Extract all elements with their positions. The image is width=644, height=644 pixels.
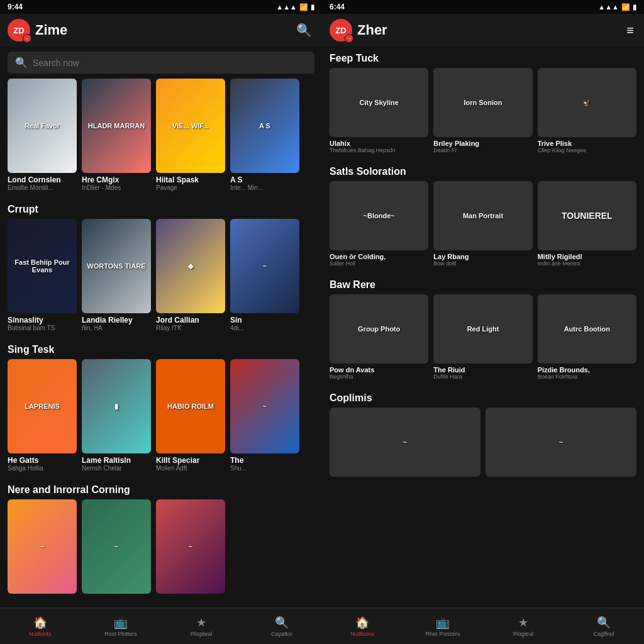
right-logo-badge: → — [345, 34, 353, 43]
right-home-icon: 🏠 — [355, 616, 369, 630]
left-status-bar: 9:44 ▲▲▲ 📶 ▮ — [0, 0, 322, 14]
left-nav-home[interactable]: 🏠 Nudionts — [0, 608, 80, 644]
left-scroll-area: Real Favor Lond Cornslen Emollie Montili… — [0, 79, 322, 644]
right-nav-home[interactable]: 🏠 Nudisons — [322, 608, 402, 644]
left-logo: ZD ← — [8, 19, 30, 42]
list-item[interactable]: HLADR MARRAN Hre CMgix InDlier - Mdes — [82, 79, 151, 191]
left-nav-star[interactable]: ★ Plügiteal — [161, 608, 242, 644]
list-item[interactable]: ~ The Shu... — [230, 359, 299, 472]
right-tv-icon: 📺 — [436, 616, 450, 630]
card-thumb: ~ — [230, 219, 299, 313]
list-item[interactable]: VIE... WIF... Hiital Spask Pavage — [156, 79, 225, 191]
left-nere-row: ~ ~ ~ — [0, 499, 322, 600]
left-featured-row: Real Favor Lond Cornslen Emollie Montili… — [0, 79, 322, 197]
left-nav-search[interactable]: 🔍 Cayattor — [242, 608, 322, 644]
list-item[interactable]: WORTONS TIARE Landia Rielley ñin, HA — [82, 219, 151, 331]
right-search-nav-icon: 🔍 — [597, 616, 611, 630]
left-panel: 9:44 ▲▲▲ 📶 ▮ ZD ← Zime 🔍 🔍 Real Favor Lo… — [0, 0, 322, 644]
right-menu-button[interactable]: ≡ — [624, 21, 636, 40]
right-section-baw-title: Baw Rere — [322, 273, 644, 294]
list-item[interactable]: ~ — [156, 499, 225, 594]
tv-icon: 📺 — [114, 616, 128, 630]
left-bottom-nav: 🏠 Nudionts 📺 Rost Plotters ★ Plügiteal 🔍… — [0, 608, 322, 644]
right-wifi-icon: 📶 — [621, 3, 630, 11]
right-nav-poozers[interactable]: 📺 Rher Poozers — [402, 608, 483, 644]
list-item[interactable]: Autrc Bootion Pizdie Brounds, Boean Folr… — [538, 294, 636, 380]
left-section-nere-title: Nere and Inrorral Corning — [0, 478, 322, 499]
left-top-bar: ZD ← Zime 🔍 — [0, 14, 322, 47]
right-scroll-area: Feep Tuck City Skyline Ulahix Thehifrues… — [322, 47, 644, 644]
list-item[interactable]: ~ — [8, 499, 77, 594]
right-logo: ZD → — [330, 19, 352, 42]
search-input[interactable] — [33, 58, 307, 68]
list-item[interactable]: Man Portrait Lay Rbang Bow dolil — [433, 181, 532, 267]
card-thumb: Iorn Sonion — [433, 68, 532, 137]
list-item[interactable]: Red Light The Riuid Duftle Hara — [433, 294, 532, 380]
list-item[interactable]: HABIO ROILM Killt Speciar Molien Adft — [156, 359, 225, 472]
card-thumb: Autrc Bootion — [538, 294, 636, 364]
right-top-bar: ZD → Zher ≡ — [322, 14, 644, 47]
list-item[interactable]: ~ Sin 4di... — [230, 219, 299, 331]
left-section-corrupt-title: Crrupt — [0, 197, 322, 219]
right-star-icon: ★ — [518, 616, 528, 630]
list-item[interactable]: TOUNIEREL Mitlly Rigiledl Indin ane Ment… — [538, 181, 636, 267]
card-thumb: Fast Behiip Pour Evans — [8, 219, 77, 313]
card-thumb: ◆ — [156, 219, 225, 313]
search-nav-icon: 🔍 — [275, 616, 289, 630]
list-item[interactable]: 🦅 Trive Plisk Cllep Kilag Neegea — [538, 68, 636, 153]
list-item[interactable]: City Skyline Ulahix Thehifrues Bahag.Hep… — [330, 68, 428, 153]
right-battery-icon: ▮ — [633, 3, 636, 11]
left-app-title: Zime — [35, 22, 289, 38]
card-thumb: HABIO ROILM — [156, 359, 225, 453]
list-item[interactable]: A S A S Inte... Min... — [230, 79, 299, 191]
left-nav-plotters[interactable]: 📺 Rost Plotters — [80, 608, 161, 644]
list-item[interactable]: ~Blonde~ Ouen ōr Colding, Saller Holl — [330, 181, 428, 267]
card-thumb: ~ — [156, 499, 225, 594]
card-thumb: HLADR MARRAN — [82, 79, 151, 173]
card-thumb: LAPRENIS — [8, 359, 77, 453]
right-nav-star[interactable]: ★ Plügitral — [483, 608, 564, 644]
left-corrupt-row: Fast Behiip Pour Evans Sinnaslity Butisi… — [0, 219, 322, 338]
list-item[interactable]: ~ — [330, 408, 480, 477]
right-signal-icon: ▲▲▲ — [598, 3, 619, 11]
left-search-button[interactable]: 🔍 — [294, 20, 314, 40]
card-thumb: WORTONS TIARE — [82, 219, 151, 313]
right-section-feep-title: Feep Tuck — [322, 47, 644, 68]
left-time: 9:44 — [8, 3, 23, 11]
left-signal-icon: ▲▲▲ — [276, 3, 297, 11]
list-item[interactable]: LAPRENIS He Gatts Sahga Hollia — [8, 359, 77, 472]
list-item[interactable]: ~ — [486, 408, 636, 477]
left-battery-icon: ▮ — [311, 3, 314, 11]
list-item[interactable]: ~ — [82, 499, 151, 594]
list-item[interactable]: Fast Behiip Pour Evans Sinnaslity Butisi… — [8, 219, 77, 331]
card-thumb: Man Portrait — [433, 181, 532, 250]
card-thumb: ~Blonde~ — [330, 181, 428, 250]
left-logo-badge: ← — [23, 34, 31, 43]
list-item[interactable]: Iorn Sonion Briley Plaking Deatin Fi' — [433, 68, 532, 153]
right-panel: 6:44 ▲▲▲ 📶 ▮ ZD → Zher ≡ Feep Tuck City … — [322, 0, 644, 644]
home-icon: 🏠 — [33, 616, 47, 630]
star-icon: ★ — [196, 616, 206, 630]
card-thumb: ▮ — [82, 359, 151, 453]
card-thumb: ~ — [330, 408, 480, 477]
left-section-sing-title: Sing Tesk — [0, 338, 322, 359]
left-status-icons: ▲▲▲ 📶 ▮ — [276, 3, 314, 11]
card-thumb: ~ — [486, 408, 636, 477]
right-app-title: Zher — [357, 22, 619, 38]
card-thumb: ~ — [230, 359, 299, 453]
list-item[interactable]: ◆ Jord Callian Rilay ITK — [156, 219, 225, 331]
right-time: 6:44 — [330, 3, 345, 11]
right-satls-row: ~Blonde~ Ouen ōr Colding, Saller Holl Ma… — [322, 181, 644, 273]
card-thumb: ~ — [8, 499, 77, 594]
right-coplimis-row: ~ ~ — [322, 408, 644, 483]
list-item[interactable]: Real Favor Lond Cornslen Emollie Montili… — [8, 79, 77, 191]
card-thumb: VIE... WIF... — [156, 79, 225, 173]
left-sing-row: LAPRENIS He Gatts Sahga Hollia ▮ Lame Ra… — [0, 359, 322, 478]
card-thumb: TOUNIEREL — [538, 181, 636, 250]
card-thumb: City Skyline — [330, 68, 428, 137]
right-nav-search[interactable]: 🔍 Caglfnol — [564, 608, 644, 644]
search-icon: 🔍 — [15, 57, 28, 69]
left-search-bar[interactable]: 🔍 — [8, 52, 314, 74]
list-item[interactable]: Group Photo Pow dn Avats Beglmlha — [330, 294, 428, 380]
list-item[interactable]: ▮ Lame Raltisln Nemsh Chelar — [82, 359, 151, 472]
